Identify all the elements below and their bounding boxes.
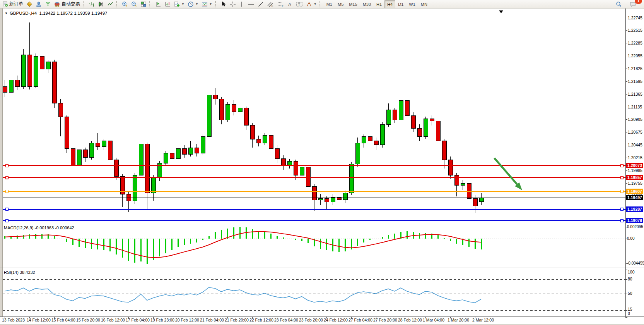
text-label-button[interactable]: T: [294, 0, 304, 9]
chart-shift-marker[interactable]: [499, 10, 503, 13]
arrows-icon: [306, 1, 312, 7]
candle-body: [46, 62, 50, 69]
zoom-in-icon: [122, 1, 128, 7]
chart-shift-button[interactable]: [163, 0, 172, 9]
chart-dropdown-icon[interactable]: ▼: [5, 12, 8, 15]
svg-text:F: F: [282, 5, 284, 7]
candle-body: [417, 128, 422, 136]
line-handle[interactable]: [6, 176, 9, 179]
vertical-line-button[interactable]: [237, 0, 246, 9]
zoom-out-button[interactable]: [130, 0, 139, 9]
community-icon: [36, 1, 42, 7]
line-chart-icon: [107, 1, 113, 7]
clock-icon: [188, 1, 194, 7]
candle-body: [430, 119, 434, 121]
candle-body: [219, 99, 224, 120]
candle-body: [399, 101, 403, 120]
candle-body: [250, 126, 255, 139]
bar-chart-button[interactable]: [87, 0, 96, 9]
candle-body: [238, 108, 242, 112]
line-handle[interactable]: [6, 208, 9, 211]
candle-body: [164, 153, 168, 163]
line-handle[interactable]: [621, 219, 624, 222]
candle-body: [213, 95, 217, 99]
zoom-out-icon: [131, 1, 137, 7]
horizontal-line-button[interactable]: [246, 0, 256, 9]
candle-body: [58, 103, 63, 117]
line-handle[interactable]: [621, 176, 624, 179]
candle-body: [287, 162, 292, 165]
candle-body: [27, 55, 32, 87]
candle-body: [195, 148, 199, 153]
candle-body: [176, 149, 180, 159]
tab-timeframe-m30[interactable]: M30: [360, 0, 374, 8]
fibonacci-button[interactable]: F: [275, 0, 285, 9]
zoom-in-button[interactable]: [120, 0, 130, 9]
chart-forward-button[interactable]: [154, 0, 163, 9]
tab-timeframe-h1[interactable]: H1: [374, 0, 384, 8]
tab-timeframe-m5[interactable]: M5: [335, 0, 346, 8]
candle-body: [368, 136, 372, 141]
crosshair-button[interactable]: [228, 0, 237, 9]
line-handle[interactable]: [621, 164, 624, 167]
arrows-button[interactable]: ▼: [304, 0, 318, 9]
tile-windows-icon: [140, 1, 147, 7]
text-button[interactable]: A: [285, 0, 294, 9]
templates-button[interactable]: ▼: [200, 0, 214, 9]
line-handle[interactable]: [621, 208, 624, 211]
candle-body: [312, 186, 316, 200]
autotrading-button[interactable]: 自动交易: [53, 0, 82, 9]
candle-body: [201, 136, 205, 153]
candle-body: [411, 115, 415, 128]
notification-badge: 1: [635, 0, 642, 4]
news-button[interactable]: [43, 0, 53, 9]
news-signal-icon: [45, 1, 51, 7]
crosshair-icon: [230, 1, 236, 7]
autotrading-icon: [54, 1, 60, 7]
line-handle[interactable]: [621, 190, 624, 193]
candle-body: [102, 141, 106, 146]
market-button[interactable]: [25, 0, 34, 9]
tab-timeframe-w1[interactable]: W1: [406, 0, 418, 8]
annotation-arrow-shaft[interactable]: [494, 158, 517, 184]
candle-body: [170, 153, 174, 158]
templates-icon: [202, 1, 208, 7]
candle-body: [256, 139, 261, 143]
candle-body: [442, 141, 446, 160]
candle-body: [424, 119, 428, 137]
candle-body: [40, 56, 44, 69]
add-indicator-button[interactable]: ▼: [172, 0, 186, 9]
line-handle[interactable]: [6, 164, 9, 167]
dropdown-caret: ▼: [195, 2, 198, 6]
line-handle[interactable]: [6, 190, 9, 193]
candle-body: [77, 150, 81, 165]
candle-body: [331, 198, 335, 202]
new-order-button[interactable]: 新订单: [1, 0, 25, 9]
macd-label: MACD(12,26,9) -0.001963 -0.000642: [4, 225, 74, 230]
tab-timeframe-h4[interactable]: H4: [384, 0, 395, 8]
tab-timeframe-m1[interactable]: M1: [324, 0, 335, 8]
candle-chart-button[interactable]: [96, 0, 106, 9]
notifications-button[interactable]: 1: [628, 0, 638, 9]
tab-timeframe-mn[interactable]: MN: [418, 0, 430, 8]
periods-button[interactable]: ▼: [186, 0, 200, 9]
candle-body: [139, 144, 143, 175]
candle-chart-icon: [98, 1, 104, 7]
candle-body: [380, 124, 384, 145]
chart-plot-area[interactable]: [0, 0, 644, 325]
tab-timeframe-d1[interactable]: D1: [395, 0, 406, 8]
market-icon: [26, 1, 32, 7]
tile-windows-button[interactable]: [139, 0, 148, 9]
cursor-button[interactable]: [219, 0, 228, 9]
tab-timeframe-m15[interactable]: M15: [346, 0, 360, 8]
line-handle[interactable]: [6, 219, 9, 222]
candle-body: [9, 80, 13, 92]
trendline-button[interactable]: [256, 0, 265, 9]
line-chart-button[interactable]: [106, 0, 115, 9]
candle-body: [145, 144, 149, 193]
search-button[interactable]: [614, 0, 624, 9]
equidistant-channel-button[interactable]: E: [265, 0, 275, 9]
candle-body: [448, 160, 453, 175]
candle-body: [207, 95, 211, 136]
community-button[interactable]: [34, 0, 43, 9]
